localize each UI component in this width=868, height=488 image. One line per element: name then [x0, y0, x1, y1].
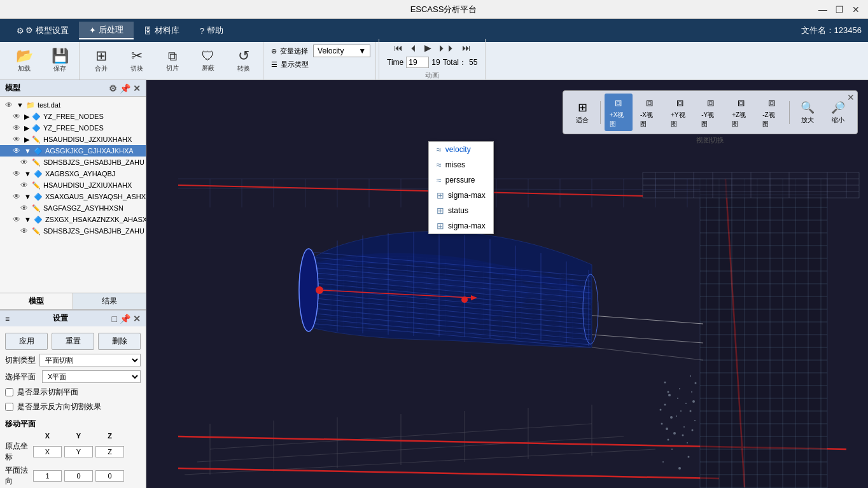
restore-button[interactable]: ❐ — [834, 4, 845, 15]
delete-button[interactable]: 删除 — [98, 333, 141, 350]
cut-block-button[interactable]: ✂ 切块 — [120, 45, 153, 77]
move-plane-section: 移动平面 X Y Z 原点坐标 — [5, 419, 141, 487]
minimize-button[interactable]: — — [817, 4, 829, 15]
minus-y-view-button[interactable]: ⧈ -Y视图 — [696, 94, 724, 131]
close-button[interactable]: ✕ — [850, 4, 862, 15]
origin-x-input[interactable] — [33, 446, 62, 457]
dropdown-item-sigma-max-1[interactable]: ⊞ sigma-max — [429, 188, 493, 203]
show-reverse-cut-label: 是否显示反方向切割效果 — [17, 401, 101, 412]
select-plane-select[interactable]: X平面 — [42, 370, 141, 383]
dropdown-item-status[interactable]: ⊞ status — [429, 203, 493, 218]
menu-help[interactable]: ? 帮助 — [190, 22, 234, 39]
model-ops-group: ⊞ 合并 ✂ 切块 ⧉ 切片 🛡 屏蔽 ↺ 转换 — [82, 42, 263, 80]
status-icon: ⊞ — [437, 206, 444, 216]
dropdown-item-sigma-max-2[interactable]: ⊞ sigma-max — [429, 218, 493, 234]
minus-y-icon: ⧈ — [707, 96, 714, 109]
dropdown-item-velocity[interactable]: ≈ velocity — [429, 142, 493, 157]
load-button[interactable]: 📂 加载 — [8, 45, 41, 77]
transform-button[interactable]: ↺ 转换 — [227, 45, 260, 77]
list-item[interactable]: 👁 ✏️ SDHSBJZS_GHSABJHB_ZAHU — [0, 225, 146, 237]
list-item[interactable]: 👁 ▶ 🔷 YZ_FREE_NODES — [0, 111, 146, 122]
normal-y-input[interactable] — [64, 470, 93, 482]
apply-button[interactable]: 应用 — [5, 333, 48, 350]
prev-frame-button[interactable]: ⏴ — [407, 41, 421, 54]
viewport[interactable]: ✕ ⊞ 适合 ⧈ +X视图 ⧈ -X视图 ⧈ — [146, 80, 868, 488]
tab-model[interactable]: 模型 — [0, 293, 73, 309]
panel-settings-icon[interactable]: ⚙ — [109, 83, 117, 94]
transform-icon: ↺ — [238, 49, 249, 63]
sigma-max-1-icon: ⊞ — [437, 190, 444, 200]
panel-icons: ⚙ 📌 ✕ — [109, 83, 141, 94]
next-frame-button[interactable]: ⏵⏵ — [435, 41, 458, 54]
list-item[interactable]: 👁 ✏️ SAGFASGZ_ASYHHXSN — [0, 202, 146, 214]
list-item[interactable]: 👁 ▼ 🔷 ZSXGX_HSAKAZNZXK_AHASX — [0, 214, 146, 225]
mesh-visualization — [146, 80, 868, 488]
show-reverse-cut-checkbox[interactable] — [5, 403, 13, 411]
panel-close-icon[interactable]: ✕ — [133, 83, 141, 94]
fit-view-button[interactable]: ⊞ 适合 — [568, 98, 596, 127]
menu-post-process[interactable]: ✦ 后处理 — [79, 22, 134, 39]
list-item[interactable]: 👁 ▶ ✏️ HSAUHDISU_JZXIUXHAHX — [0, 134, 146, 145]
zoom-in-button[interactable]: 🔍 放大 — [794, 98, 822, 127]
svg-point-116 — [682, 435, 684, 436]
eye-icon: 👁 — [13, 169, 22, 178]
item-icon: 🔷 — [32, 124, 41, 132]
show-cut-plane-checkbox[interactable] — [5, 388, 13, 396]
list-item[interactable]: 👁 ▶ 🔷 YZ_FREE_NODES — [0, 122, 146, 134]
list-item[interactable]: 👁 ▼ 🔷 XAGBSXG_AYHAQBJ — [0, 168, 146, 179]
first-frame-button[interactable]: ⏮ — [391, 41, 405, 54]
normal-x-input[interactable] — [33, 470, 62, 482]
settings-close-icon[interactable]: ✕ — [133, 314, 141, 324]
list-item[interactable]: 👁 ✏️ HSAUHDISU_JZXIUXHAHX — [0, 179, 146, 191]
cut-type-row: 切割类型 平面切割 — [5, 354, 141, 366]
list-item[interactable]: 👁 ✏️ SDHSBJZS_GHSABJHB_ZAHU — [0, 157, 146, 168]
cut-type-select[interactable]: 平面切割 — [39, 354, 141, 366]
list-item[interactable]: 👁 ▼ 🔷 AGSGKJKG_GJHXAJKHXA — [0, 145, 146, 157]
item-icon: ✏️ — [32, 181, 41, 190]
shield-button[interactable]: 🛡 屏蔽 — [192, 45, 225, 77]
item-icon: 🔷 — [34, 216, 43, 224]
minus-z-view-button[interactable]: ⧈ -Z视图 — [757, 94, 785, 131]
variable-dropdown-button[interactable]: Velocity ▼ — [313, 45, 370, 57]
velocity-icon: ≈ — [437, 144, 442, 155]
tree-area: 👁 ▼ 📁 test.dat 👁 ▶ 🔷 YZ_FREE_NODES 👁 ▶ 🔷 — [0, 97, 146, 293]
settings-minimize-icon[interactable]: □ — [112, 314, 117, 324]
zoom-out-icon: 🔎 — [831, 101, 845, 115]
slice-button[interactable]: ⧉ 切片 — [156, 45, 189, 77]
item-icon: 🔷 — [34, 147, 43, 155]
viewport-toolbar-close[interactable]: ✕ — [847, 92, 855, 102]
minus-x-view-button[interactable]: ⧈ -X视图 — [635, 94, 663, 131]
tree-root[interactable]: 👁 ▼ 📁 test.dat — [0, 99, 146, 111]
reset-button[interactable]: 重置 — [52, 333, 94, 350]
settings-pin-icon[interactable]: 📌 — [120, 314, 130, 324]
load-icon: 📂 — [16, 49, 33, 63]
eye-icon: 👁 — [13, 146, 22, 155]
merge-button[interactable]: ⊞ 合并 — [85, 45, 118, 77]
last-frame-button[interactable]: ⏭ — [459, 41, 473, 54]
panel-pin-icon[interactable]: 📌 — [120, 83, 130, 94]
plus-y-view-button[interactable]: ⧈ +Y视图 — [666, 94, 694, 131]
mises-icon: ≈ — [437, 160, 442, 170]
play-button[interactable]: ▶ — [422, 41, 434, 54]
view-switch-label: 视图切换 — [696, 136, 724, 145]
expand-icon: ▶ — [24, 124, 29, 132]
tab-results[interactable]: 结果 — [73, 293, 146, 309]
svg-point-44 — [299, 249, 318, 331]
origin-z-input[interactable] — [95, 446, 124, 457]
list-item[interactable]: 👁 ▼ 🔷 XSAXGAUS_AISYAQSH_ASHX — [0, 191, 146, 202]
menu-materials[interactable]: 🗄 材料库 — [134, 22, 190, 39]
svg-point-119 — [662, 461, 664, 463]
item-icon: ✏️ — [32, 158, 41, 167]
save-button[interactable]: 💾 保存 — [43, 45, 76, 77]
time-input[interactable] — [406, 57, 429, 68]
eye-icon: 👁 — [20, 158, 29, 167]
normal-z-input[interactable] — [95, 470, 124, 482]
svg-point-120 — [678, 467, 681, 470]
dropdown-item-mises[interactable]: ≈ mises — [429, 157, 493, 172]
menu-model-settings[interactable]: ⚙ ⚙ 模型设置 — [6, 22, 79, 39]
dropdown-item-perssure[interactable]: ≈ perssure — [429, 172, 493, 188]
plus-x-view-button[interactable]: ⧈ +X视图 — [605, 94, 633, 131]
plus-z-view-button[interactable]: ⧈ +Z视图 — [727, 94, 755, 131]
origin-y-input[interactable] — [64, 446, 93, 457]
svg-point-102 — [680, 410, 682, 412]
